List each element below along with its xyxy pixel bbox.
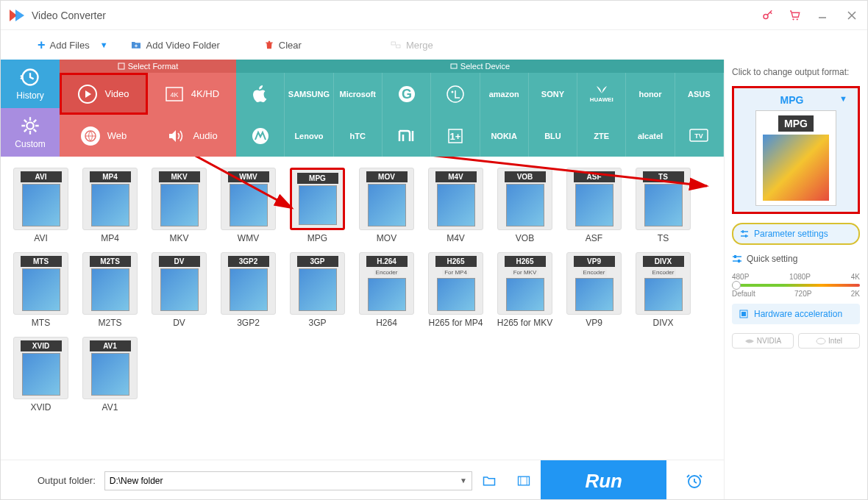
format-thumb-image: [230, 184, 268, 226]
format-item-vob[interactable]: VOBVOB: [494, 168, 556, 243]
device-brand-lg[interactable]: [431, 73, 480, 115]
format-thumb: 3GP: [290, 252, 345, 315]
device-brand-samsung[interactable]: SAMSUNG: [285, 73, 333, 115]
format-thumb-image: [644, 184, 683, 226]
nvidia-chip[interactable]: NVIDIA: [732, 333, 794, 349]
device-brand-nokia[interactable]: NOKIA: [480, 115, 529, 157]
format-item-av1[interactable]: AV1AV1: [79, 337, 141, 413]
key-icon[interactable]: [761, 9, 775, 22]
format-thumb-image: [368, 184, 406, 226]
format-tag: DIVX: [643, 256, 684, 267]
alarm-button[interactable]: [674, 460, 715, 501]
device-brand-huawei[interactable]: HUAWEI: [577, 73, 626, 115]
format-item-mov[interactable]: MOVMOV: [355, 168, 418, 243]
format-item-divx[interactable]: DIVXEncoderDIVX: [632, 252, 694, 328]
format-header-icon: [118, 63, 125, 70]
tab-history[interactable]: History: [1, 60, 60, 108]
output-folder-input[interactable]: D:\New folder ▼: [104, 471, 472, 490]
format-item-mkv[interactable]: MKVMKV: [148, 168, 210, 243]
format-item-3gp2[interactable]: 3GP23GP2: [217, 252, 280, 328]
open-folder-icon[interactable]: [481, 474, 497, 488]
add-folder-button[interactable]: Add Video Folder: [130, 39, 220, 51]
format-item-m2ts[interactable]: M2TSM2TS: [79, 252, 141, 328]
format-thumb-image: [437, 278, 475, 311]
format-video[interactable]: Video: [60, 73, 148, 115]
run-button[interactable]: Run: [541, 460, 666, 500]
format-label: TS: [658, 233, 669, 243]
device-brand-zte[interactable]: ZTE: [577, 115, 626, 157]
close-button[interactable]: [844, 7, 860, 24]
format-audio[interactable]: Audio: [148, 115, 236, 157]
format-thumb: H265For MKV: [497, 252, 552, 315]
format-item-mts[interactable]: MTSMTS: [10, 252, 72, 328]
format-item-mp4[interactable]: MP4MP4: [79, 168, 141, 243]
merge-button[interactable]: Merge: [390, 39, 433, 51]
format-item-mpg[interactable]: MPGMPG: [286, 168, 349, 243]
film-icon[interactable]: [516, 474, 532, 488]
format-item-h264[interactable]: H.264EncoderH264: [355, 252, 418, 328]
clear-button[interactable]: Clear: [264, 39, 302, 51]
device-header: Select Device: [236, 60, 724, 73]
device-brand-alcatel[interactable]: alcatel: [626, 115, 675, 157]
format-item-m4v[interactable]: M4VM4V: [424, 168, 487, 243]
format-item-h265-for-mkv[interactable]: H265For MKVH265 for MKV: [494, 252, 556, 328]
svg-rect-4: [391, 42, 395, 45]
device-brand-oneplus[interactable]: 1+: [431, 115, 480, 157]
chevron-down-icon[interactable]: ▼: [839, 94, 847, 106]
parameter-settings-button[interactable]: Parameter settings: [732, 223, 860, 245]
format-item-vp9[interactable]: VP9EncoderVP9: [563, 252, 625, 328]
app-logo-icon: [8, 7, 26, 24]
format-web[interactable]: Web: [60, 115, 148, 157]
format-4k[interactable]: 4K 4K/HD: [148, 73, 236, 115]
format-item-xvid[interactable]: XVIDXVID: [10, 337, 72, 413]
add-files-button[interactable]: + Add Files ▼: [38, 38, 108, 53]
format-thumb-image: [437, 184, 475, 226]
tab-custom[interactable]: Custom: [1, 108, 60, 157]
format-item-ts[interactable]: TSTS: [632, 168, 694, 243]
chevron-down-icon[interactable]: ▼: [460, 476, 467, 485]
minimize-button[interactable]: [814, 7, 830, 24]
device-brand-lenovo[interactable]: Lenovo: [285, 115, 333, 157]
svg-text:1+: 1+: [449, 131, 460, 142]
device-brand-mi[interactable]: [383, 115, 431, 157]
device-brand-g[interactable]: G: [383, 73, 431, 115]
fourk-icon: 4K: [165, 85, 184, 104]
gear-icon: [20, 115, 40, 136]
output-format-preview[interactable]: MPG ▼ MPG: [732, 86, 860, 214]
add-folder-label: Add Video Folder: [146, 40, 220, 51]
format-item-3gp[interactable]: 3GP3GP: [286, 252, 349, 328]
device-brand-microsoft[interactable]: Microsoft: [334, 73, 383, 115]
device-brand-asus[interactable]: ASUS: [675, 73, 724, 115]
intel-chip[interactable]: Intel: [798, 333, 860, 349]
quality-slider[interactable]: 480P 1080P 4K Default 720P 2K: [732, 273, 860, 295]
device-brand-honor[interactable]: honor: [626, 73, 675, 115]
device-brand-htc[interactable]: hTC: [334, 115, 383, 157]
svg-point-16: [451, 90, 453, 93]
format-item-avi[interactable]: AVIAVI: [10, 168, 72, 243]
svg-text:G: G: [402, 87, 412, 101]
format-item-wmv[interactable]: WMVWMV: [217, 168, 280, 243]
format-thumb: AVI: [13, 168, 68, 230]
cart-icon[interactable]: [788, 9, 801, 22]
intel-icon: [816, 338, 826, 345]
format-item-asf[interactable]: ASFASF: [563, 168, 625, 243]
svg-rect-12: [451, 64, 457, 68]
svg-point-1: [792, 18, 794, 20]
chevron-down-icon[interactable]: ▼: [100, 40, 108, 49]
device-brand-moto[interactable]: [236, 115, 285, 157]
slider-thumb[interactable]: [732, 281, 741, 290]
svg-point-0: [764, 14, 768, 18]
device-brand-blu[interactable]: BLU: [529, 115, 577, 157]
play-icon: [78, 85, 97, 104]
format-thumb-image: [506, 278, 544, 311]
device-brand-tv[interactable]: TV: [675, 115, 724, 157]
hardware-acceleration-button[interactable]: Hardware acceleration: [732, 304, 860, 324]
format-item-dv[interactable]: DVDV: [148, 252, 210, 328]
format-section: Select Format Video 4K 4K/HD Web: [60, 60, 236, 157]
device-brand-apple[interactable]: [236, 73, 285, 115]
device-brand-amazon[interactable]: amazon: [480, 73, 529, 115]
device-brand-sony[interactable]: SONY: [529, 73, 577, 115]
format-item-h265-for-mp4[interactable]: H265For MP4H265 for MP4: [424, 252, 487, 328]
format-thumb: DIVXEncoder: [636, 252, 691, 315]
format-label: 3GP: [308, 318, 326, 328]
